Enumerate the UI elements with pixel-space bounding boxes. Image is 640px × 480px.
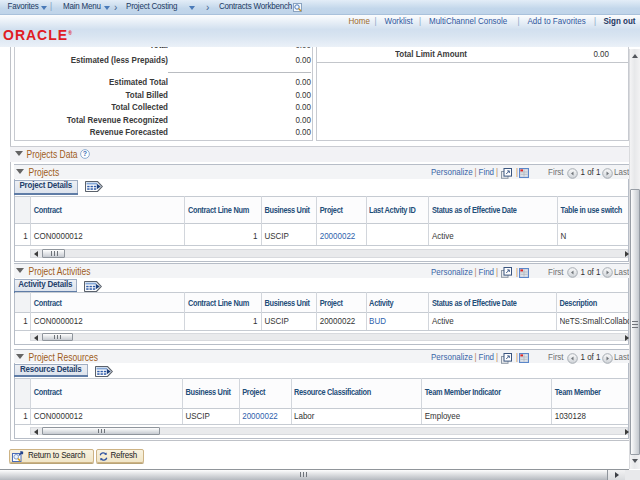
- svg-text:?: ?: [83, 150, 87, 157]
